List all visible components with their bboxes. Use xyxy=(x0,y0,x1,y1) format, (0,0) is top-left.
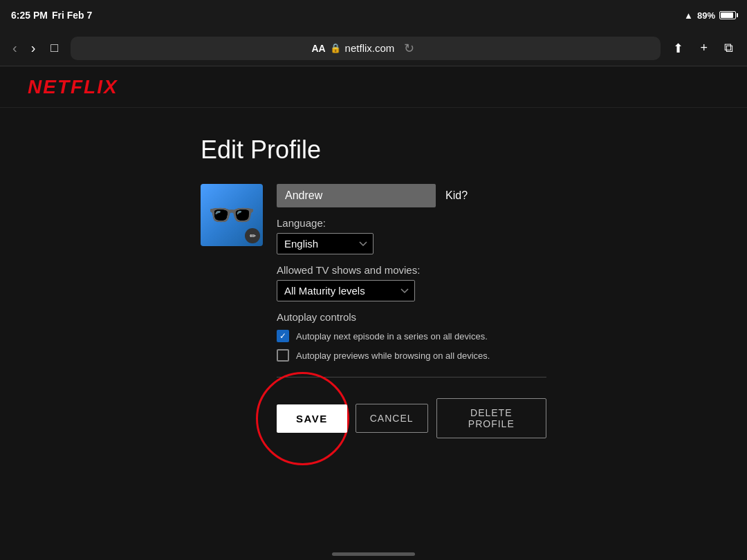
profile-form: 🕶️ ✏ Kid? Language: English xyxy=(201,184,546,438)
autoplay-next-row: Autoplay next episode in a series on all… xyxy=(277,330,546,342)
edit-profile-container: Edit Profile 🕶️ ✏ Kid? L xyxy=(201,136,546,438)
buttons-row: SAVE CANCEL DELETE PROFILE xyxy=(277,398,546,438)
browser-nav: ‹ › □ xyxy=(8,37,64,59)
autoplay-section: Autoplay controls Autoplay next episode … xyxy=(277,311,546,362)
pencil-icon: ✏ xyxy=(250,232,256,241)
battery-percent: 89% xyxy=(697,10,715,21)
avatar-edit-button[interactable]: ✏ xyxy=(245,228,260,243)
url-bar[interactable]: AA 🔒 netflix.com ↻ xyxy=(71,37,661,60)
battery-fill xyxy=(721,12,733,18)
name-row: Kid? xyxy=(277,184,546,207)
language-label: Language: xyxy=(277,217,546,229)
netflix-header: NETFLIX xyxy=(0,66,747,108)
autoplay-previews-checkbox[interactable] xyxy=(277,349,289,362)
autoplay-previews-label: Autoplay previews while browsing on all … xyxy=(296,351,490,361)
new-tab-button[interactable]: + xyxy=(694,38,713,58)
netflix-logo[interactable]: NETFLIX xyxy=(28,76,118,98)
bookmarks-button[interactable]: □ xyxy=(45,38,64,58)
status-bar: 6:25 PM Fri Feb 7 ▲ 89% xyxy=(0,0,747,30)
autoplay-title: Autoplay controls xyxy=(277,311,546,323)
battery-icon xyxy=(719,11,736,19)
browser-bar: ‹ › □ AA 🔒 netflix.com ↻ ⬆ + ⧉ xyxy=(0,30,747,66)
lock-icon: 🔒 xyxy=(330,43,341,53)
autoplay-next-label: Autoplay next episode in a series on all… xyxy=(296,331,488,342)
page-title: Edit Profile xyxy=(201,136,321,165)
cancel-button[interactable]: CANCEL xyxy=(356,404,428,433)
main-content: Edit Profile 🕶️ ✏ Kid? L xyxy=(0,108,747,560)
home-indicator xyxy=(332,552,415,556)
divider xyxy=(277,377,546,377)
wifi-icon: ▲ xyxy=(684,10,693,21)
tabs-button[interactable]: ⧉ xyxy=(719,38,739,58)
status-right: ▲ 89% xyxy=(684,10,736,21)
maturity-select[interactable]: All Maturity levels 18+ 16+ 13+ Kids xyxy=(277,280,415,301)
save-button[interactable]: SAVE xyxy=(277,404,347,433)
url-text: netflix.com xyxy=(345,42,395,54)
form-fields: Kid? Language: English Spanish French Ge… xyxy=(277,184,546,438)
reload-button[interactable]: ↻ xyxy=(398,38,420,59)
back-button[interactable]: ‹ xyxy=(8,37,21,59)
status-date: Fri Feb 7 xyxy=(52,10,92,21)
autoplay-previews-row: Autoplay previews while browsing on all … xyxy=(277,349,546,362)
forward-button[interactable]: › xyxy=(27,37,40,59)
maturity-label: Allowed TV shows and movies: xyxy=(277,264,546,276)
kid-label: Kid? xyxy=(445,189,468,202)
delete-profile-button[interactable]: DELETE PROFILE xyxy=(436,398,546,438)
autoplay-next-checkbox[interactable] xyxy=(277,330,289,342)
language-select[interactable]: English Spanish French German Portuguese xyxy=(277,233,374,254)
avatar-section: 🕶️ ✏ xyxy=(201,184,263,246)
browser-actions: ⬆ + ⧉ xyxy=(667,38,739,59)
aa-text[interactable]: AA xyxy=(311,43,325,54)
language-field-group: Language: English Spanish French German … xyxy=(277,217,546,254)
status-time: 6:25 PM xyxy=(11,10,48,21)
name-input[interactable] xyxy=(277,184,436,207)
status-left: 6:25 PM Fri Feb 7 xyxy=(11,10,92,21)
share-button[interactable]: ⬆ xyxy=(667,38,689,59)
maturity-field-group: Allowed TV shows and movies: All Maturit… xyxy=(277,264,546,301)
